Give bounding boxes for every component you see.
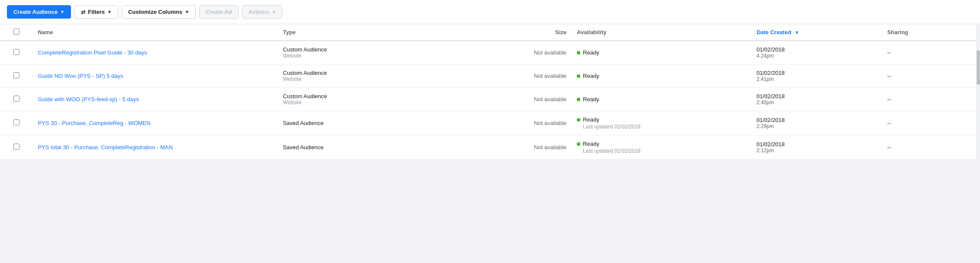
availability-status: Ready (577, 116, 746, 123)
customize-columns-button[interactable]: Customize Columns ▼ (122, 5, 196, 19)
row-checkbox-cell (0, 41, 32, 64)
row-availability-cell: ReadyLast updated 01/02/2018 (572, 135, 751, 160)
create-ad-label: Create Ad (206, 9, 232, 15)
row-size-cell: Not available (425, 111, 572, 135)
row-size-cell: Not available (425, 88, 572, 111)
audience-name-link[interactable]: Guide with WOO (PYS-feed-sp) - 5 days (38, 96, 139, 103)
row-name-cell: Guide with WOO (PYS-feed-sp) - 5 days (32, 88, 278, 111)
time-value: 2:41pm (757, 76, 877, 82)
row-name-cell: PYS 30 - Purchase, CompleteReg - WOMEN (32, 111, 278, 135)
row-checkbox[interactable] (13, 49, 19, 55)
time-value: 4:24pm (757, 53, 877, 59)
create-audience-chevron-icon: ▼ (60, 10, 65, 14)
row-checkbox-cell (0, 64, 32, 88)
row-name-cell: Guide NO Woo (PYS - SP) 5 days (32, 64, 278, 88)
ready-dot-icon (577, 74, 580, 78)
row-sharing-cell: -- (882, 111, 980, 135)
audience-name-link[interactable]: CompleteRegistration Pixel Guide - 30 da… (38, 49, 147, 56)
date-value: 01/02/2018 (757, 70, 877, 76)
row-date-cell: 01/02/20182:41pm (751, 64, 882, 88)
type-main: Custom Audience (283, 46, 419, 53)
date-value: 01/02/2018 (757, 46, 877, 53)
ready-dot-icon (577, 98, 580, 101)
row-date-cell: 01/02/20182:40pm (751, 88, 882, 111)
row-availability-cell: Ready (572, 41, 751, 64)
availability-status: Ready (577, 96, 746, 103)
create-audience-label: Create Audience (13, 9, 58, 15)
type-main: Custom Audience (283, 70, 419, 76)
row-checkbox[interactable] (13, 144, 19, 150)
date-value: 01/02/2018 (757, 141, 877, 148)
row-sharing-cell: -- (882, 88, 980, 111)
header-name: Name (32, 24, 278, 41)
row-type-cell: Saved Audience (278, 111, 424, 135)
table-row: CompleteRegistration Pixel Guide - 30 da… (0, 41, 980, 64)
audience-name-link[interactable]: PYS total 30 - Purchase, CompleteRegistr… (38, 144, 172, 151)
table-row: PYS total 30 - Purchase, CompleteRegistr… (0, 135, 980, 160)
table-row: PYS 30 - Purchase, CompleteReg - WOMENSa… (0, 111, 980, 135)
select-all-checkbox[interactable] (13, 29, 19, 35)
type-sub: Website (283, 53, 419, 59)
availability-status: Ready (577, 49, 746, 56)
type-main: Saved Audience (283, 144, 419, 151)
status-text: Ready (583, 73, 599, 79)
audiences-table: Name Type Size Availability Date Created… (0, 24, 980, 160)
time-value: 2:12pm (757, 148, 877, 154)
row-checkbox[interactable] (13, 119, 19, 125)
row-name-cell: CompleteRegistration Pixel Guide - 30 da… (32, 41, 278, 64)
sort-arrow-icon: ▼ (795, 30, 799, 35)
header-date-created[interactable]: Date Created ▼ (751, 24, 882, 41)
header-sharing: Sharing (882, 24, 980, 41)
header-availability: Availability (572, 24, 751, 41)
type-sub: Website (283, 99, 419, 106)
time-value: 2:29pm (757, 123, 877, 129)
audience-name-link[interactable]: Guide NO Woo (PYS - SP) 5 days (38, 73, 123, 79)
availability-status: Ready (577, 73, 746, 79)
row-checkbox-cell (0, 135, 32, 160)
last-updated-text: Last updated 01/02/2018 (583, 124, 746, 130)
row-availability-cell: ReadyLast updated 01/02/2018 (572, 111, 751, 135)
status-text: Ready (583, 116, 599, 123)
create-audience-button[interactable]: Create Audience ▼ (7, 5, 71, 19)
last-updated-text: Last updated 01/02/2018 (583, 148, 746, 154)
actions-button: Actions ▼ (242, 5, 283, 19)
filters-button[interactable]: ⇄ Filters ▼ (74, 5, 118, 19)
row-checkbox[interactable] (13, 96, 19, 102)
row-size-cell: Not available (425, 135, 572, 160)
row-name-cell: PYS total 30 - Purchase, CompleteRegistr… (32, 135, 278, 160)
row-date-cell: 01/02/20184:24pm (751, 41, 882, 64)
row-availability-cell: Ready (572, 64, 751, 88)
customize-columns-label: Customize Columns (128, 9, 182, 15)
row-size-cell: Not available (425, 41, 572, 64)
row-size-cell: Not available (425, 64, 572, 88)
scrollbar-track[interactable] (977, 24, 980, 160)
actions-label: Actions (249, 9, 269, 15)
type-sub: Website (283, 76, 419, 82)
row-sharing-cell: -- (882, 64, 980, 88)
row-checkbox[interactable] (13, 72, 19, 78)
type-main: Custom Audience (283, 93, 419, 99)
status-text: Ready (583, 141, 599, 147)
ready-dot-icon (577, 51, 580, 55)
scrollbar-thumb[interactable] (977, 50, 980, 85)
header-type: Type (278, 24, 424, 41)
type-main: Saved Audience (283, 120, 419, 126)
row-date-cell: 01/02/20182:12pm (751, 135, 882, 160)
toolbar: Create Audience ▼ ⇄ Filters ▼ Customize … (0, 0, 980, 24)
table-body: CompleteRegistration Pixel Guide - 30 da… (0, 41, 980, 160)
row-type-cell: Custom AudienceWebsite (278, 41, 424, 64)
filters-icon: ⇄ (81, 9, 85, 15)
table-container: Name Type Size Availability Date Created… (0, 24, 980, 160)
customize-columns-chevron-icon: ▼ (185, 10, 189, 14)
row-sharing-cell: -- (882, 41, 980, 64)
table-header-row: Name Type Size Availability Date Created… (0, 24, 980, 41)
actions-chevron-icon: ▼ (272, 10, 276, 14)
audience-name-link[interactable]: PYS 30 - Purchase, CompleteReg - WOMEN (38, 120, 150, 126)
table-row: Guide with WOO (PYS-feed-sp) - 5 daysCus… (0, 88, 980, 111)
status-text: Ready (583, 49, 599, 56)
row-checkbox-cell (0, 111, 32, 135)
table-wrapper: Name Type Size Availability Date Created… (0, 24, 980, 160)
row-type-cell: Custom AudienceWebsite (278, 64, 424, 88)
row-availability-cell: Ready (572, 88, 751, 111)
row-type-cell: Custom AudienceWebsite (278, 88, 424, 111)
